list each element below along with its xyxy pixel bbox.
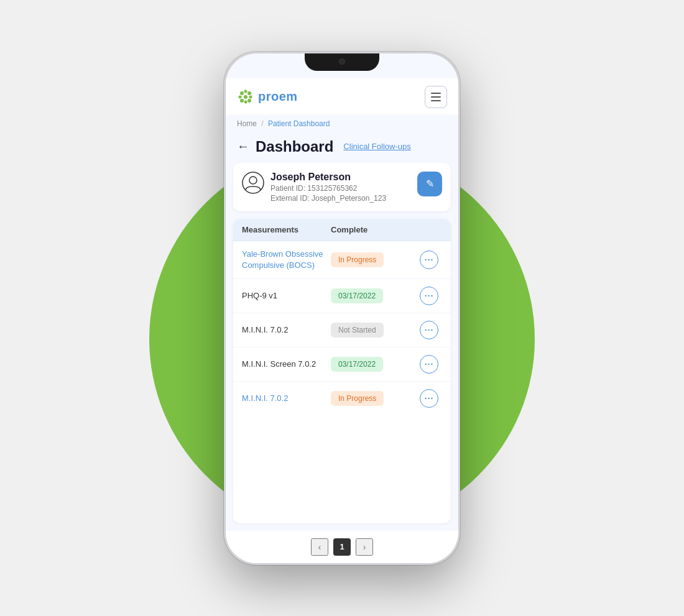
table-row: PHQ-9 v1 03/17/2022 ···: [233, 279, 451, 313]
table-row: Yale-Brown Obsessive Compulsive (BOCS) I…: [233, 241, 451, 279]
measurement-name-4[interactable]: M.I.N.I. 7.0.2: [242, 393, 331, 404]
measurement-name-3: M.I.N.I. Screen 7.0.2: [242, 359, 331, 370]
current-page-number: 1: [333, 538, 351, 556]
table-row: M.I.N.I. Screen 7.0.2 03/17/2022 ···: [233, 347, 451, 382]
pagination: ‹ 1 ›: [226, 531, 458, 563]
status-badge-4: In Progress: [331, 391, 384, 406]
patient-id: Patient ID: 153125765362: [270, 184, 386, 193]
phone-notch: [305, 53, 379, 71]
svg-point-8: [244, 95, 247, 99]
phone-device: proem Home / Patient Dashboard ←: [224, 52, 460, 565]
breadcrumb-separator: /: [261, 119, 263, 128]
svg-point-6: [240, 99, 244, 103]
breadcrumb-current[interactable]: Patient Dashboard: [268, 119, 330, 128]
measurement-name-0[interactable]: Yale-Brown Obsessive Compulsive (BOCS): [242, 249, 331, 271]
svg-point-2: [247, 91, 251, 95]
status-badge-0: In Progress: [331, 252, 384, 267]
measurement-name-2: M.I.N.I. 7.0.2: [242, 324, 331, 336]
hamburger-line-1: [431, 93, 441, 94]
prev-page-button[interactable]: ‹: [311, 538, 328, 556]
patient-card: Joseph Peterson Patient ID: 153125765362…: [233, 163, 451, 211]
table-row: M.I.N.I. 7.0.2 Not Started ···: [233, 313, 451, 347]
page-title: Dashboard: [256, 138, 333, 155]
status-badge-2: Not Started: [331, 323, 384, 338]
patient-info: Joseph Peterson Patient ID: 153125765362…: [242, 172, 386, 203]
pencil-icon: ✎: [426, 178, 434, 190]
measurements-table: Measurements Complete Yale-Brown Obsessi…: [233, 219, 451, 523]
nav-bar: proem: [226, 78, 458, 114]
col-measurements-header: Measurements: [242, 225, 331, 234]
patient-external-id: External ID: Joseph_Peterson_123: [270, 194, 386, 203]
phone-screen: proem Home / Patient Dashboard ←: [226, 53, 458, 563]
svg-point-5: [244, 100, 247, 103]
measurement-name-1: PHQ-9 v1: [242, 290, 331, 301]
svg-point-4: [247, 99, 251, 103]
svg-point-7: [239, 95, 242, 98]
patient-avatar-icon: [242, 172, 264, 194]
hamburger-line-3: [431, 100, 441, 101]
back-arrow-button[interactable]: ←: [237, 139, 249, 154]
table-row: M.I.N.I. 7.0.2 In Progress ···: [233, 382, 451, 415]
more-options-button-2[interactable]: ···: [420, 321, 438, 339]
clinical-followups-link[interactable]: Clinical Follow-ups: [343, 142, 410, 151]
patient-details: Joseph Peterson Patient ID: 153125765362…: [270, 172, 386, 203]
logo-area: proem: [237, 88, 298, 106]
phone-camera: [339, 58, 345, 65]
svg-point-3: [249, 95, 252, 98]
svg-point-1: [244, 90, 247, 93]
table-header: Measurements Complete: [233, 219, 451, 241]
phone-inner-screen: proem Home / Patient Dashboard ←: [226, 53, 458, 563]
page-title-row: ← Dashboard Clinical Follow-ups: [226, 133, 458, 163]
hamburger-line-2: [431, 96, 441, 98]
more-options-button-1[interactable]: ···: [420, 287, 438, 305]
more-options-button-0[interactable]: ···: [420, 251, 438, 269]
more-options-button-4[interactable]: ···: [420, 389, 438, 408]
col-complete-header: Complete: [331, 225, 420, 234]
status-badge-1: 03/17/2022: [331, 288, 383, 303]
svg-point-0: [240, 91, 244, 95]
proem-logo-icon: [237, 88, 254, 106]
status-badge-3: 03/17/2022: [331, 357, 383, 372]
more-options-button-3[interactable]: ···: [420, 355, 438, 374]
phone-outer-shell: proem Home / Patient Dashboard ←: [224, 52, 460, 565]
breadcrumb-home[interactable]: Home: [237, 119, 257, 128]
hamburger-button[interactable]: [425, 86, 447, 108]
logo-text: proem: [258, 90, 298, 104]
next-page-button[interactable]: ›: [356, 538, 373, 556]
svg-point-10: [249, 177, 257, 184]
patient-name: Joseph Peterson: [270, 172, 386, 183]
edit-patient-button[interactable]: ✎: [417, 172, 442, 196]
breadcrumb: Home / Patient Dashboard: [226, 114, 458, 133]
